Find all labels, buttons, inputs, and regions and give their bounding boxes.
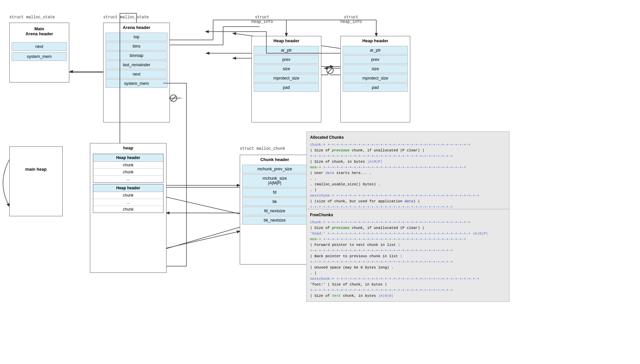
- heap1-pad: pad: [254, 83, 319, 92]
- free-line-9: | Unused space (may be 0 bytes long) .: [310, 265, 506, 271]
- alloc-line-4: | Size of chunk, in bytes |A|M|P|: [310, 159, 506, 165]
- no-symbol-arena-next: [170, 94, 177, 103]
- free-line-11: nextchunk-> +-+-+-+-+-+-+-+-+-+-+-+-+-+-…: [310, 276, 506, 282]
- struct-label-heap-info-2: struct heap_info: [340, 15, 362, 24]
- free-line-1: chunk-> +-+-+-+-+-+-+-+-+-+-+-+-+-+-+-+-…: [310, 220, 506, 225]
- main-arena-box: MainArena header next system_mem: [9, 23, 69, 83]
- struct-label-malloc-chunk: struct malloc_chunk: [240, 146, 285, 151]
- arena-header-title: Arena header: [104, 23, 169, 32]
- alloc-line-3: +-+-+-+-+-+-+-+-+-+-+-+-+-+-+-+-+-+-+-+-…: [310, 153, 506, 159]
- heap-box: heap Heap header chunk chunk ... Heap he…: [90, 143, 166, 273]
- heap-section-1-header: Heap header: [93, 154, 163, 162]
- heap-section-1: Heap header chunk chunk ...: [93, 154, 163, 183]
- chunk-fd-nextsize: fd_nextsize: [242, 207, 307, 215]
- free-line-12: 'foot:' | Size of chunk, in bytes |: [310, 282, 506, 287]
- heap-s1-chunk2: chunk: [93, 169, 163, 176]
- alloc-line-10: nextchunk-> +-+-+-+-+-+-+-+-+-+-+-+-+-+-…: [310, 193, 506, 199]
- heap-s2-chunk1: chunk: [93, 192, 163, 199]
- heap-s1-chunk1: chunk: [93, 162, 163, 169]
- main-heap-box: main heap: [9, 146, 63, 216]
- struct-label-malloc-state-2: struct malloc_state: [103, 15, 149, 20]
- heap-section-2-header: Heap header: [93, 184, 163, 192]
- free-line-3: 'head:' +-+-+-+-+-+-+-+-+-+-+-+-+-+-+-+-…: [310, 231, 506, 237]
- free-line-7: | Back pointer to previous chunk in list…: [310, 254, 506, 259]
- struct-label-malloc-state-1: struct malloc_state: [9, 15, 55, 20]
- no-symbol-heap-prev: [326, 67, 334, 75]
- arena-field-binmap: binmap: [106, 51, 167, 60]
- arena-field-next: next: [106, 70, 167, 79]
- heap2-prev: prev: [343, 55, 408, 64]
- main-arena-system-mem: system_mem: [12, 52, 67, 61]
- main-heap-title: main heap: [10, 147, 62, 174]
- alloc-line-9: . |: [310, 187, 506, 193]
- free-line-13: +-+-+-+-+-+-+-+-+-+-+-+-+-+-+-+-+-+-+-+-…: [310, 287, 506, 293]
- heap2-ar-ptr: ar_ptr: [343, 46, 408, 55]
- alloc-line-2: | Size of previous chunk, if unallocated…: [310, 148, 506, 153]
- heap1-ar-ptr: ar_ptr: [254, 46, 319, 55]
- alloc-line-6: | User data starts here... .: [310, 170, 506, 176]
- heap-s1-dots: ...: [93, 176, 163, 182]
- struct-label-heap-info-1: struct heap_info: [251, 15, 273, 24]
- allocated-chunks-panel: Allocated Chunks chunk-> +-+-+-+-+-+-+-+…: [306, 131, 509, 219]
- chunk-bk: bk: [242, 197, 307, 206]
- allocated-chunks-title: Allocated Chunks: [310, 134, 506, 141]
- chunk-header-title: Chunk header: [240, 155, 309, 164]
- heap-s2-dots: ...: [93, 199, 163, 206]
- chunk-mchunk-prev-size: mchunk_prev_size: [242, 165, 307, 173]
- free-line-14: | Size of next chunk, in bytes |A|0|0|: [310, 293, 506, 299]
- heap-header-1-title: Heap header: [252, 36, 321, 45]
- heap2-pad: pad: [343, 83, 408, 92]
- svg-line-29: [163, 231, 240, 249]
- alloc-line-5: mem-> +-+-+-+-+-+-+-+-+-+-+-+-+-+-+-+-+-…: [310, 165, 506, 170]
- arena-header-box: Arena header top bins binmap last_remain…: [103, 23, 170, 122]
- free-line-4: mem-> +-+-+-+-+-+-+-+-+-+-+-+-+-+-+-+-+-…: [310, 237, 506, 242]
- free-line-2: | Size of previous chunk, if unallocated…: [310, 225, 506, 231]
- arena-field-bins: bins: [106, 42, 167, 51]
- free-chunks-panel: FreeChunks chunk-> +-+-+-+-+-+-+-+-+-+-+…: [306, 209, 509, 302]
- arena-field-last-remainder: last_remainder: [106, 61, 167, 69]
- arena-field-top: top: [106, 33, 167, 41]
- free-line-6: +-+-+-+-+-+-+-+-+-+-+-+-+-+-+-+-+-+-+-+-…: [310, 248, 506, 254]
- chunk-header-box: Chunk header mchunk_prev_size mchunk_siz…: [240, 155, 310, 265]
- free-line-10: . |: [310, 271, 506, 276]
- heap-header-2-title: Heap header: [341, 36, 410, 45]
- main-arena-title: MainArena header: [10, 23, 69, 38]
- heap1-size: size: [254, 65, 319, 73]
- heap2-size: size: [343, 65, 408, 73]
- heap1-mprotect-size: mprotect_size: [254, 74, 319, 83]
- alloc-line-1: chunk-> +-+-+-+-+-+-+-+-+-+-+-+-+-+-+-+-…: [310, 142, 506, 148]
- main-arena-next: next: [12, 42, 67, 51]
- diagram-container: struct malloc_state MainArena header nex…: [0, 0, 640, 364]
- free-chunks-title: FreeChunks: [310, 212, 506, 218]
- arena-field-system-mem: system_mem: [106, 79, 167, 88]
- free-line-8: +-+-+-+-+-+-+-+-+-+-+-+-+-+-+-+-+-+-+-+-…: [310, 259, 506, 265]
- alloc-line-8: . (malloc_usable_size() bytes) .: [310, 182, 506, 187]
- heap-s2-chunk2: chunk: [93, 206, 163, 213]
- heap1-prev: prev: [254, 55, 319, 64]
- chunk-mchunk-size: mchunk_size |A|M|P|: [242, 174, 307, 187]
- alloc-line-7: . .: [310, 176, 506, 182]
- heap2-mprotect-size: mprotect_size: [343, 74, 408, 83]
- svg-line-12: [163, 226, 243, 250]
- heap-header-box-2: Heap header ar_ptr prev size mprotect_si…: [340, 36, 410, 122]
- heap-box-title: heap: [90, 143, 166, 152]
- heap-header-box-1: Heap header ar_ptr prev size mprotect_si…: [251, 36, 321, 122]
- free-line-5: | Forward pointer to next chunk in list …: [310, 242, 506, 248]
- chunk-fd: fd: [242, 188, 307, 197]
- svg-line-28: [163, 196, 240, 214]
- alloc-line-11: | (size of chunk, but used for applicati…: [310, 199, 506, 204]
- chunk-bk-nextsize: bk_nextsize: [242, 216, 307, 225]
- heap-section-2: Heap header chunk ... chunk: [93, 184, 163, 213]
